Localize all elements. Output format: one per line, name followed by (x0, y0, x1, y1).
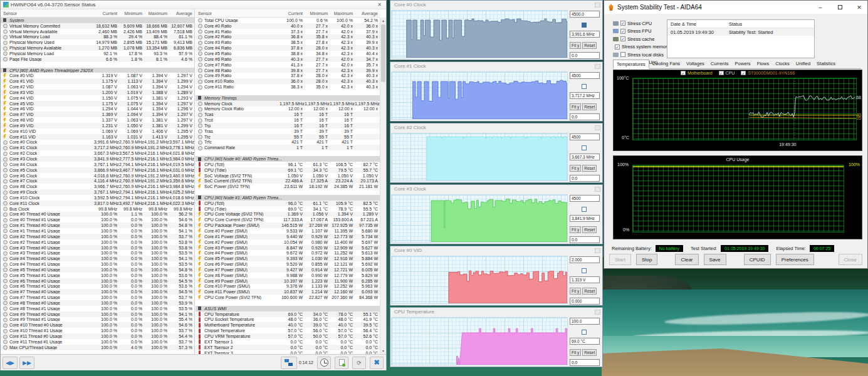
sensor-row[interactable]: Core #11 Ratio38.3 x35.0 x42.3 x40.3 x (196, 84, 380, 90)
sensor-row[interactable]: SoC Power (SVI2 TFN)23.611 W18.192 W24.3… (196, 184, 380, 189)
sensor-section-header[interactable]: CPU [#0] Node #1: AMD Ryzen Threa... (196, 195, 380, 201)
tab-statistics[interactable]: Statistics (813, 60, 839, 68)
sensor-row[interactable]: Page File Usage6.6 %1.8 %8.1 %4.6 % (1, 56, 194, 62)
sensor-row[interactable]: Core #6 Thread #0 Usage100.0 %0.0 %100.0… (1, 278, 194, 284)
tab-temperatures[interactable]: Temperatures (613, 60, 649, 69)
column-header-minimum[interactable]: Minimum (305, 11, 330, 16)
sensor-row[interactable]: SoC Voltage (SVI2 TFN)1.050 V1.050 V1.05… (196, 173, 380, 179)
prev-next-sensor-button[interactable]: ◀▶ (3, 357, 18, 369)
clear-button[interactable]: Clear (675, 254, 698, 265)
sensor-row[interactable]: Core #7 Ratio41.3 x27.7 x42.0 x35.7 x (196, 62, 380, 68)
graph-series-swatch[interactable] (582, 84, 587, 89)
sensor-row[interactable]: Core #0 VID1.319 V1.087 V1.394 V1.297 V (1, 73, 194, 78)
sensor-row[interactable]: Core #8 Ratio39.8 x27.7 x42.3 x39.9 x (196, 68, 380, 73)
sensor-row[interactable]: CPU Core Current (SVI2 TFN)117.333 A17.0… (196, 217, 380, 222)
maximize-button[interactable] (832, 4, 848, 11)
sensor-row[interactable]: Core #1 Clock3,717.2 MHz2,760.9 MHz4,191… (1, 145, 194, 150)
sensor-section-header[interactable]: CPU [#0]: AMD Ryzen Threadripper 2920X (1, 68, 194, 73)
sensor-row[interactable]: Trc55 T55 T55 T (196, 134, 380, 140)
stop-button[interactable]: Stop (636, 254, 657, 265)
sensor-row[interactable]: Memory Clock1,197.5 MHz1,197.5 MHz1,197.… (196, 101, 380, 107)
tab-currents[interactable]: Currents (708, 60, 732, 68)
graph-window-titlebar[interactable]: Core #1 Clock (390, 62, 602, 71)
tab-clocks[interactable]: Clocks (772, 60, 793, 68)
sensor-row[interactable]: Core #11 Clock3,817.0 MHz3,492.7 MHz4,21… (1, 201, 194, 206)
graph-series-swatch[interactable] (582, 23, 587, 28)
sensor-row[interactable]: Core #11 Power (SMU)10.837 W1.214 W12.16… (196, 289, 380, 295)
tab-voltages[interactable]: Voltages (683, 60, 708, 68)
sensor-row[interactable]: Core #7 VID1.369 V1.094 V1.394 V1.297 V (1, 112, 194, 117)
sensor-row[interactable]: CPU Core Power (SVI2 TFN)160.600 W22.827… (196, 295, 380, 300)
fit-y-button[interactable]: Fit y (570, 165, 581, 172)
sensor-row[interactable]: Core #7 Thread #1 Usage100.0 %0.0 %100.0… (1, 295, 194, 300)
sensor-row[interactable]: Core #4 Thread #1 Usage100.0 %0.0 %100.0… (1, 261, 194, 267)
sensor-row[interactable]: Core #2 VID1.087 V1.063 V1.394 V1.294 V (1, 84, 194, 90)
sensor-row[interactable]: Core #8 Thread #1 Usage100.0 %0.0 %100.0… (1, 306, 194, 311)
graph-close-button[interactable] (595, 125, 600, 130)
sensor-row[interactable]: Core #3 Thread #1 Usage100.0 %0.0 %100.0… (1, 250, 194, 256)
graph-max-value[interactable]: 4500.0 (570, 11, 600, 18)
sensor-row[interactable]: Core #6 Thread #1 Usage100.0 %0.0 %100.0… (1, 284, 194, 290)
sensor-section-header[interactable]: ASUS WMI (196, 306, 380, 311)
sensor-row[interactable]: Core #2 Thread #0 Usage100.0 %0.0 %100.0… (1, 234, 194, 239)
sensor-row[interactable]: Bus Clock99.8 MHz99.8 MHz99.8 MHz99.8 MH… (1, 206, 194, 212)
legend-checkbox-checked[interactable]: ✓ (719, 71, 724, 75)
column-header-sensor[interactable]: Sensor (196, 11, 280, 16)
graph-close-button[interactable] (595, 310, 600, 315)
graph-series-swatch[interactable] (582, 330, 587, 335)
sensor-row[interactable]: Core #10 Power (SMU)9.376 W1.133 W12.252… (196, 284, 380, 290)
sensor-row[interactable]: Core #9 Clock3,767.1 MHz2,794.1 MHz4,216… (1, 189, 194, 195)
reset-button[interactable]: Reset (582, 288, 597, 295)
sensor-row[interactable]: CPU (Tctl)96.0 °C61.1 °C105.9 °C82.5 °C (196, 201, 380, 206)
sensor-row[interactable]: Core #10 Ratio36.0 x28.0 x42.3 x40.3 x (196, 78, 380, 84)
sensor-row[interactable]: Virtual Memory Commited18,632 MB5,609 MB… (1, 23, 194, 29)
sensor-row[interactable]: Core #3 Clock3,841.9 MHz2,777.5 MHz4,216… (1, 156, 194, 162)
log-column-datetime[interactable]: Date & Time (667, 21, 728, 27)
sensor-row[interactable]: Core #10 VID1.069 V1.069 V1.406 V1.295 V (1, 128, 194, 134)
sensor-row[interactable]: EXT Tsensor 20.0 °C0.0 °C0.0 °C0.0 °C (196, 345, 380, 350)
graph-min-value[interactable]: 0.0 (570, 52, 600, 59)
checkbox-checked[interactable]: ✓ (620, 29, 625, 34)
sensor-row[interactable]: Core #4 Power (SMU)9.672 W0.972 W11.252 … (196, 250, 380, 256)
sensor-row[interactable]: Trp16 T16 T16 T (196, 123, 380, 128)
scroll-down-icon[interactable]: ▼ (380, 348, 386, 354)
sensor-row[interactable]: Core #6 Power (SMU)9.520 W0.855 W12.121 … (196, 261, 380, 267)
graph-min-value[interactable]: 0.0 (570, 175, 600, 182)
column-header-minimum[interactable]: Minimum (119, 11, 144, 16)
reset-button[interactable]: Reset (582, 165, 597, 172)
hwinfo-close-icon[interactable]: ✕ (375, 2, 384, 8)
graph-close-button[interactable] (595, 187, 600, 192)
fit-y-button[interactable]: Fit y (570, 103, 581, 110)
column-header-sensor[interactable]: Sensor (1, 11, 94, 16)
sensor-row[interactable]: CPU Package Power (SMU)146.515 W37.269 W… (196, 222, 380, 228)
sensor-row[interactable]: Core #0 Ratio40.0 x27.7 x42.0 x36.0 x (196, 23, 380, 29)
close-button[interactable]: ✕ (851, 4, 867, 11)
checkbox-unchecked[interactable] (620, 52, 625, 57)
sensor-row[interactable]: Core #5 Clock3,866.9 MHz3,467.7 MHz4,216… (1, 167, 194, 173)
sensor-row[interactable]: Command Rate1 T1 T1 T (196, 145, 380, 150)
graph-max-value[interactable]: 4500 (570, 133, 600, 140)
sensor-row[interactable]: Core #0 Clock3,991.6 MHz2,760.9 MHz4,191… (1, 140, 194, 145)
column-header-average[interactable]: Average (355, 11, 380, 16)
sensor-row[interactable]: Core #9 Power (SMU)10.397 W1.223 W11.900… (196, 278, 380, 284)
sensor-row[interactable]: Core #5 Thread #1 Usage100.0 %0.0 %100.0… (1, 273, 194, 278)
graph-max-value[interactable]: 4500 (570, 72, 600, 79)
sensor-row[interactable]: Virtual Memory Load88.3 %29.4 %88.4 %61.… (1, 34, 194, 40)
graph-close-button[interactable] (595, 3, 600, 8)
sensor-row[interactable]: Core #3 VID1.200 V1.019 V1.388 V1.289 V (1, 90, 194, 95)
fit-y-button[interactable]: Fit y (570, 349, 581, 356)
sensor-section-header[interactable]: System (1, 18, 194, 23)
sensor-row[interactable]: Virtual Memory Available2,460 MB2,426 MB… (1, 29, 194, 34)
column-header-maximum[interactable]: Maximum (330, 11, 355, 16)
sensor-row[interactable]: CPU Core Voltage (SVI2 TFN)1.369 V1.056 … (196, 212, 380, 217)
graph-window-titlebar[interactable]: Core #0 VID (390, 246, 602, 255)
fit-y-button[interactable]: Fit y (570, 226, 581, 233)
close-sensors-button[interactable]: ✖ (370, 357, 384, 369)
sensor-row[interactable]: Tras39 T39 T39 T (196, 128, 380, 134)
reset-button[interactable]: Reset (582, 226, 597, 233)
sensor-row[interactable]: CPU (Tdie)69.0 °C34.1 °C78.9 °C55.5 °C (196, 206, 380, 212)
checkbox-checked[interactable]: ✓ (620, 36, 625, 41)
sensor-row[interactable]: CPU (Tctl)96.1 °C61.3 °C106.5 °C82.7 °C (196, 162, 380, 167)
sensor-row[interactable]: Core #6 Ratio40.3 x27.7 x42.0 x34.7 x (196, 56, 380, 62)
sensor-row[interactable]: Core #2 Clock3,667.3 MHz3,567.5 MHz4,216… (1, 150, 194, 156)
